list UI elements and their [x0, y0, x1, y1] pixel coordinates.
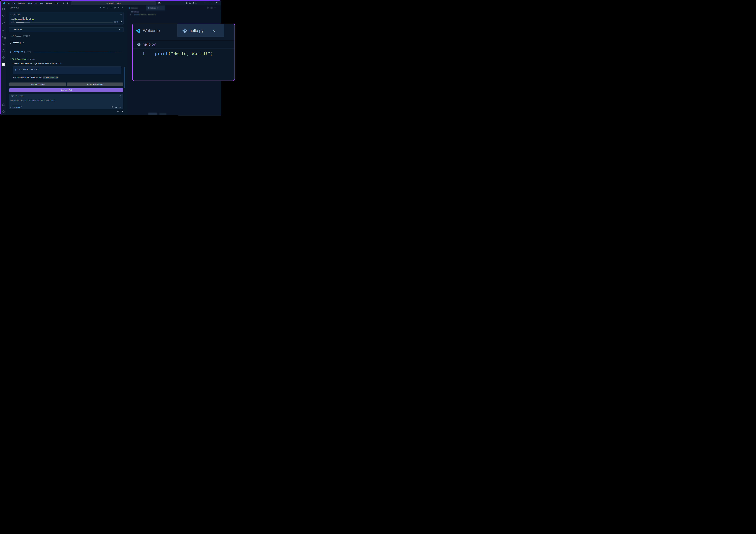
minimize-button[interactable]: —: [202, 2, 206, 4]
more-actions-icon[interactable]: ⋯: [214, 7, 216, 9]
nav-back-icon[interactable]: [63, 2, 65, 4]
source-control-icon[interactable]: [1, 21, 6, 25]
explorer-icon[interactable]: [1, 7, 6, 11]
send-message-icon[interactable]: [119, 106, 121, 109]
close-window-button[interactable]: ✕: [215, 2, 218, 4]
magnified-tabbar-spacer: [224, 24, 234, 37]
checkpoint-row: Checkpoint (Current): [10, 51, 123, 53]
task-completed-label: Task Completed: [13, 58, 26, 60]
editor-breadcrumb[interactable]: hello.py: [131, 11, 139, 13]
magnified-breadcrumb-filename: hello.py: [143, 42, 156, 46]
split-editor-icon[interactable]: [211, 7, 213, 9]
task-expand-chevron[interactable]: ›: [11, 13, 11, 15]
new-task-icon[interactable]: +: [100, 7, 101, 9]
thinking-label: Thinking: [13, 42, 20, 44]
checkpoint-icon: [10, 51, 11, 53]
revert-new-changes-button[interactable]: Revert New Changes: [67, 83, 123, 86]
api-request-row[interactable]: › API Request 07:41 PM: [10, 35, 30, 37]
tab-hello-py[interactable]: hello.py ✕: [146, 6, 165, 11]
vscode-logo-icon: [128, 7, 130, 9]
vscode-logo-icon: [135, 28, 141, 33]
history-icon[interactable]: [110, 7, 112, 9]
close-task-icon[interactable]: ✕: [121, 13, 122, 15]
tab-close-icon[interactable]: ✕: [157, 7, 158, 9]
panel-title: KILO CODE: [10, 7, 19, 9]
blurred-artifact: [159, 113, 166, 115]
magnified-tab-hello: hello.py ✕: [177, 24, 229, 37]
file-row[interactable]: hello.py: [9, 27, 124, 32]
menu-edit[interactable]: Edit: [11, 2, 17, 4]
kilo-code-sidebar-icon[interactable]: KI LO: [1, 63, 6, 66]
open-in-editor-icon[interactable]: [121, 7, 123, 9]
menu-selection[interactable]: Selection: [17, 2, 27, 4]
mode-caret: ^: [12, 107, 13, 108]
command-center-search[interactable]: kilocode_project: [71, 1, 156, 5]
remote-explorer-icon[interactable]: [1, 42, 6, 45]
thinking-row: Thinking 0s: [10, 41, 24, 44]
marketplace-icon[interactable]: [106, 7, 108, 9]
editor-code-line: 1 print("Hello, World!"): [130, 13, 156, 15]
task-card: › Task: hi ✕ 10.5k 128.0k: [9, 12, 124, 24]
task-completed-row: ✓ Task Completed 07:41 PM: [10, 58, 35, 60]
search-value: kilocode_project: [109, 2, 121, 4]
run-python-file-icon[interactable]: [207, 7, 209, 9]
toggle-sidebar-left-icon[interactable]: [186, 2, 188, 4]
magnified-breadcrumb: hello.py: [137, 42, 156, 46]
result-section: Created hello.py with a single line that…: [11, 62, 124, 81]
mode-label: Code: [16, 106, 20, 108]
chevron-down-mini-icon[interactable]: ∨: [160, 2, 161, 4]
menu-go[interactable]: Go: [33, 2, 38, 4]
result-code-block: print("Hello, World!"): [13, 66, 121, 74]
toggle-sidebar-right-icon[interactable]: [192, 2, 194, 4]
customize-layout-icon[interactable]: [195, 2, 197, 4]
token-bar: [16, 19, 17, 20]
menu-run[interactable]: Run: [38, 2, 44, 4]
context-window-slider[interactable]: [16, 22, 113, 22]
search-icon: [106, 2, 108, 4]
settings-gear-icon[interactable]: [1, 110, 6, 113]
task-label: Task:: [13, 13, 17, 16]
token-bar: [12, 19, 13, 20]
enhance-prompt-wand-icon[interactable]: [119, 95, 121, 97]
run-debug-icon[interactable]: [1, 28, 6, 32]
maximize-button[interactable]: ▢: [209, 2, 212, 4]
menu-help[interactable]: Help: [53, 2, 60, 4]
feedback-person-icon[interactable]: [121, 110, 123, 113]
open-file-icon[interactable]: [119, 28, 121, 30]
token-bar: [26, 17, 27, 20]
tab-welcome[interactable]: Welcome: [127, 6, 146, 11]
message-composer[interactable]: Type a message... (@ to add context, / f…: [9, 94, 123, 109]
menu-file[interactable]: File: [6, 2, 11, 4]
attach-paperclip-icon[interactable]: [115, 106, 117, 109]
checkpoint-label: Checkpoint: [13, 51, 23, 53]
nav-forward-icon[interactable]: [67, 2, 68, 4]
python-extension-icon[interactable]: [1, 56, 6, 59]
thinking-duration: 0s: [22, 42, 24, 44]
profile-icon[interactable]: [114, 7, 116, 9]
start-new-task-button[interactable]: Start New Task: [9, 89, 123, 92]
panel-scrollbar[interactable]: [124, 67, 125, 88]
token-bar: [29, 19, 30, 20]
rules-scale-icon[interactable]: [117, 110, 120, 113]
screen: File Edit Selection View Go Run Terminal…: [0, 0, 237, 115]
search-sidebar-icon[interactable]: [1, 14, 6, 18]
extensions-badge: 1: [4, 37, 6, 39]
testing-icon[interactable]: [1, 49, 6, 52]
see-new-changes-button[interactable]: See New Changes: [9, 83, 66, 86]
account-icon[interactable]: [1, 103, 6, 107]
kilo-screen-mini-icon[interactable]: [158, 2, 160, 4]
mode-selector[interactable]: ^ </> Code: [11, 106, 22, 109]
magnified-tabrow-base: [133, 37, 234, 40]
menu-terminal[interactable]: Terminal: [44, 2, 53, 4]
api-provider-icon[interactable]: [103, 7, 105, 9]
api-request-label: API Request: [12, 35, 21, 37]
magnified-tab-hello-label: hello.py: [189, 28, 203, 33]
extensions-icon[interactable]: 1: [1, 35, 6, 38]
context-resize-handle-icon[interactable]: [121, 20, 122, 23]
kilo-code-logo: KI LO: [2, 63, 5, 66]
toggle-panel-icon[interactable]: [189, 2, 191, 4]
token-bar: [21, 19, 22, 20]
menu-view[interactable]: View: [27, 2, 33, 4]
context-database-icon[interactable]: [111, 106, 113, 109]
panel-settings-icon[interactable]: [117, 7, 119, 9]
